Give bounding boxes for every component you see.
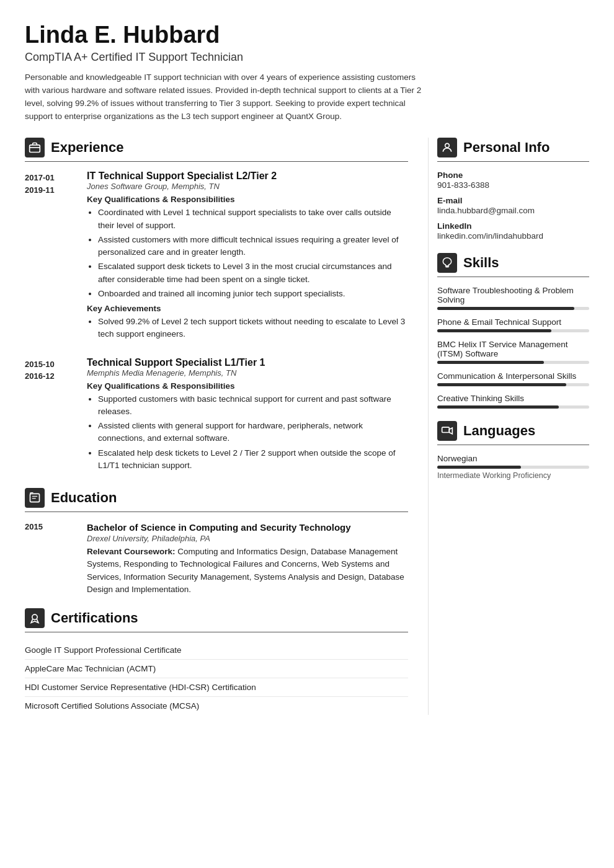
company-name: Jones Software Group, Memphis, TN [87,182,408,191]
candidate-summary: Personable and knowledgeable IT support … [25,71,422,123]
svg-point-6 [445,144,450,148]
svg-rect-2 [30,494,40,502]
skill-bar-fill [437,307,574,310]
qualification-item: Assisted customers with more difficult t… [98,234,408,259]
certifications-list: Google IT Support Professional Certifica… [25,641,408,715]
skills-list: Software Troubleshooting & Problem Solvi… [437,286,589,409]
skill-item: Creative Thinking Skills [437,394,589,409]
email-label: E-mail [437,196,589,205]
certifications-section-title: Certifications [51,610,138,626]
qualifications-list: Coordinated with Level 1 technical suppo… [87,206,408,300]
skill-bar-fill [437,361,544,364]
certification-item: AppleCare Mac Technician (ACMT) [25,660,408,678]
skill-name: Creative Thinking Skills [437,394,589,403]
qualification-item: Escalated support desk tickets to Level … [98,260,408,286]
candidate-name: Linda E. Hubbard [25,22,589,48]
skill-bar-bg [437,405,589,409]
school-name: Drexel University, Philadelphia, PA [87,534,408,543]
language-level: Intermediate Working Proficiency [437,471,589,480]
experience-section-header: Experience [25,138,408,162]
job-title: IT Technical Support Specialist L2/Tier … [87,170,408,182]
degree-name: Bachelor of Science in Computing and Sec… [87,521,408,534]
experience-dates: 2015-102016-12 [25,357,87,475]
svg-rect-9 [442,428,450,433]
skill-bar-fill [437,383,566,386]
education-entry: 2015Bachelor of Science in Computing and… [25,521,408,596]
skill-item: Communication & Interpersonal Skills [437,371,589,386]
certifications-icon [25,608,45,628]
qualification-item: Coordinated with Level 1 technical suppo… [98,206,408,232]
skills-section-header: Skills [437,253,589,277]
qualifications-list: Supported customers with basic technical… [87,393,408,472]
certification-item: Microsoft Certified Solutions Associate … [25,697,408,715]
email-block: E-mail linda.hubbard@gmail.com [437,196,589,215]
languages-icon [437,421,457,441]
languages-section-title: Languages [463,423,535,439]
certification-item: HDI Customer Service Representative (HDI… [25,678,408,697]
email-value: linda.hubbard@gmail.com [437,206,589,215]
skills-icon [437,253,457,273]
education-year: 2015 [25,521,87,596]
right-column: Personal Info Phone 901-833-6388 E-mail … [428,138,589,715]
left-column: Experience 2017-012019-11IT Technical Su… [25,138,428,715]
skill-bar-fill [437,329,551,332]
linkedin-value: linkedin.com/in/lindahubbard [437,231,589,241]
skill-item: Software Troubleshooting & Problem Solvi… [437,286,589,310]
experience-icon [25,138,45,157]
certifications-section-header: Certifications [25,608,408,632]
skills-section-title: Skills [463,255,499,271]
company-name: Memphis Media Menagerie, Memphis, TN [87,368,408,378]
job-title: Technical Support Specialist L1/Tier 1 [87,357,408,368]
coursework: Relevant Coursework: Computing and Infor… [87,546,408,596]
skill-item: Phone & Email Technical Support [437,317,589,332]
phone-block: Phone 901-833-6388 [437,170,589,190]
skill-bar-bg [437,361,589,364]
svg-point-5 [32,614,37,619]
skill-bar-fill [437,405,559,409]
svg-rect-0 [30,145,40,153]
experience-section-title: Experience [51,140,123,156]
skill-name: Communication & Interpersonal Skills [437,371,589,381]
qualifications-header: Key Qualifications & Responsibilities [87,381,408,391]
linkedin-block: LinkedIn linkedin.com/in/lindahubbard [437,221,589,241]
resume-header: Linda E. Hubbard CompTIA A+ Certified IT… [25,22,589,123]
language-bar-fill [437,466,521,469]
language-bar-bg [437,466,589,469]
personal-info-block: Phone 901-833-6388 E-mail linda.hubbard@… [437,170,589,241]
linkedin-label: LinkedIn [437,221,589,231]
personal-info-icon [437,138,457,157]
experience-entry: 2015-102016-12Technical Support Speciali… [25,357,408,475]
education-list: 2015Bachelor of Science in Computing and… [25,521,408,596]
education-section-title: Education [51,490,117,506]
education-section-header: Education [25,488,408,512]
candidate-title: CompTIA A+ Certified IT Support Technici… [25,51,589,64]
experience-entry: 2017-012019-11IT Technical Support Speci… [25,170,408,343]
phone-value: 901-833-6388 [437,180,589,190]
qualification-item: Escalated help desk tickets to Level 2 /… [98,447,408,472]
qualification-item: Onboarded and trained all incoming junio… [98,288,408,300]
skill-name: BMC Helix IT Service Management (ITSM) S… [437,340,589,358]
skill-bar-bg [437,383,589,386]
personal-info-section-header: Personal Info [437,138,589,162]
experience-dates: 2017-012019-11 [25,170,87,343]
achievements-list: Solved 99.2% of Level 2 tech support tic… [87,316,408,341]
languages-list: NorwegianIntermediate Working Proficienc… [437,454,589,480]
qualifications-header: Key Qualifications & Responsibilities [87,195,408,204]
language-name: Norwegian [437,454,589,463]
personal-info-section-title: Personal Info [463,140,549,156]
qualification-item: Supported customers with basic technical… [98,393,408,418]
skill-name: Phone & Email Technical Support [437,317,589,327]
qualification-item: Assisted clients with general support fo… [98,420,408,445]
phone-label: Phone [437,170,589,180]
achievement-item: Solved 99.2% of Level 2 tech support tic… [98,316,408,341]
education-icon [25,488,45,508]
language-item: NorwegianIntermediate Working Proficienc… [437,454,589,480]
experience-list: 2017-012019-11IT Technical Support Speci… [25,170,408,474]
certification-item: Google IT Support Professional Certifica… [25,641,408,660]
skill-item: BMC Helix IT Service Management (ITSM) S… [437,340,589,364]
languages-section-header: Languages [437,421,589,445]
skill-bar-bg [437,329,589,332]
achievements-header: Key Achievements [87,304,408,313]
skill-name: Software Troubleshooting & Problem Solvi… [437,286,589,304]
skill-bar-bg [437,307,589,310]
